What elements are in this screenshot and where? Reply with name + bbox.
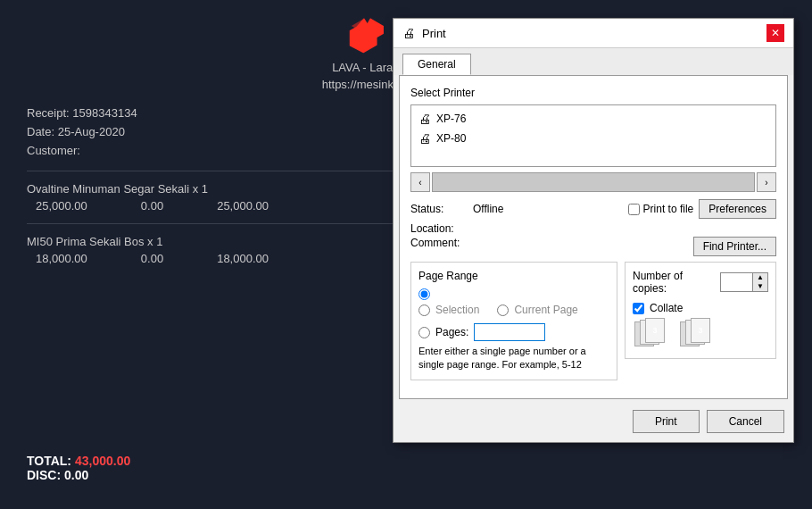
location-label: Location: [410,222,473,235]
collate-icon-1: 1 2 3 [633,320,664,351]
cancel-button[interactable]: Cancel [707,410,784,433]
print-dialog: 🖨 Print ✕ General Select Printer 🖨 XP-76… [393,18,794,443]
location-value [473,222,776,235]
printer-list[interactable]: 🖨 XP-76 🖨 XP-80 [410,104,776,167]
collate-icons: 1 2 3 1 2 3 [633,320,768,351]
print-to-file-row: Print to file [628,203,694,215]
copies-section: Number of copies: 1 ▲ ▼ Colla [625,262,776,388]
radio-selection[interactable] [418,305,430,316]
radio-current-page[interactable] [497,305,509,316]
dialog-footer: Print Cancel [394,405,793,442]
printer-item-xp80[interactable]: 🖨 XP-80 [415,129,772,148]
page-range-title: Page Range [418,270,609,282]
dialog-overlay: 🖨 Print ✕ General Select Printer 🖨 XP-76… [0,0,812,509]
radio-selection-label: Selection [435,304,479,316]
dialog-tabs: General [394,48,793,75]
print-to-file-checkbox[interactable] [628,204,640,215]
scroll-left-button[interactable]: ‹ [410,172,430,192]
dialog-titlebar: 🖨 Print ✕ [394,19,793,48]
scroll-track [432,172,755,192]
printer-icon-xp80: 🖨 [418,131,431,146]
status-value: Offline [473,203,589,215]
select-printer-label: Select Printer [410,87,776,99]
copies-box: Number of copies: 1 ▲ ▼ Colla [625,262,776,359]
collate-icon-2: 1 2 3 [678,320,709,351]
radio-pages[interactable] [418,327,430,338]
copies-row: Number of copies: 1 ▲ ▼ [633,270,768,295]
printer-icon: 🖨 [402,26,415,40]
copies-label: Number of copies: [633,270,715,295]
print-button[interactable]: Print [633,410,700,433]
scroll-right-button[interactable]: › [757,172,776,192]
close-button[interactable]: ✕ [766,24,784,42]
printer-item-xp76[interactable]: 🖨 XP-76 [415,109,772,129]
tab-general[interactable]: General [402,54,471,75]
status-label: Status: [410,203,473,215]
copies-down-button[interactable]: ▼ [753,282,767,291]
page-range-section: Page Range All Selection [410,262,617,388]
find-printer-button[interactable]: Find Printer... [693,237,776,256]
comment-label: Comment: [410,237,473,256]
printer-nav: ‹ › [410,172,776,192]
radio-all-label: All [435,288,447,300]
radio-pages-label: Pages: [435,326,468,338]
hint-text: Enter either a single page number or a s… [418,345,609,372]
main-content: Page Range All Selection [410,262,776,388]
pages-input[interactable]: 1 [474,323,545,341]
printer-icon-xp76: 🖨 [418,112,431,126]
copies-input[interactable]: 1 [721,273,753,291]
collate-label: Collate [650,302,683,314]
page-range-box: Page Range All Selection [410,262,617,380]
dialog-title: 🖨 Print [402,26,446,40]
collate-checkbox[interactable] [633,303,644,314]
radio-all-row: All [418,288,609,300]
dialog-content: Select Printer 🖨 XP-76 🖨 XP-80 ‹ › St [399,75,788,399]
radio-current-page-row: Current Page [497,304,577,316]
copies-spinners: ▲ ▼ [753,273,767,291]
copies-up-button[interactable]: ▲ [753,273,767,282]
radio-all[interactable] [418,288,430,300]
preferences-button[interactable]: Preferences [699,199,776,219]
radio-current-page-label: Current Page [514,304,577,316]
collate-row: Collate [633,302,768,314]
print-to-file-label: Print to file [643,203,694,215]
pages-row: Pages: 1 [418,323,609,341]
radio-selection-row: Selection [418,304,479,316]
copies-input-group: 1 ▲ ▼ [720,272,768,292]
